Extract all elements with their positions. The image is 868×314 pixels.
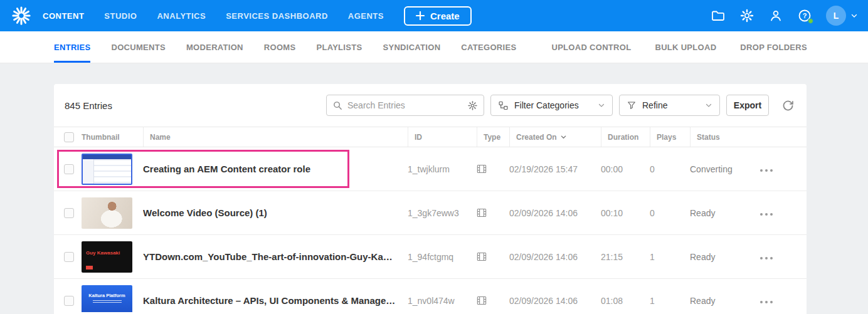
tab-rooms[interactable]: ROOMS [264,31,296,63]
entries-toolbar: 845 Entries [54,84,807,127]
chevron-down-icon [850,12,858,19]
header-id[interactable]: ID [408,127,477,147]
kaltura-starburst-icon [12,6,31,25]
entry-name[interactable]: Creating an AEM Content creator role [143,164,408,174]
select-all-checkbox[interactable] [64,132,74,142]
entry-duration: 00:00 [601,164,650,174]
content-sub-navigation: ENTRIES DOCUMENTS MODERATION ROOMS PLAYL… [0,31,868,63]
entry-thumbnail[interactable] [82,154,132,185]
entry-created-on: 02/19/2026 15:47 [509,164,601,174]
header-duration[interactable]: Duration [601,127,650,147]
gear-icon[interactable] [739,8,754,23]
video-entry-icon [477,252,487,261]
tab-moderation[interactable]: MODERATION [186,31,243,63]
row-checkbox[interactable] [64,208,74,218]
filter-categories-dropdown[interactable]: Filter Categories [490,95,613,116]
menu-item-studio[interactable]: STUDIO [104,11,137,21]
link-bulk-upload[interactable]: BULK UPLOAD [655,31,716,63]
refresh-button[interactable] [780,98,796,113]
entry-plays: 0 [650,164,690,174]
row-checkbox[interactable] [64,252,74,262]
tab-categories[interactable]: CATEGORIES [461,31,516,63]
row-actions-menu[interactable] [756,297,776,307]
tab-playlists[interactable]: PLAYLISTS [316,31,362,63]
entry-duration: 21:15 [601,252,650,262]
entry-duration: 00:10 [601,208,650,218]
tab-documents[interactable]: DOCUMENTS [111,31,165,63]
row-actions-menu[interactable] [756,165,776,175]
entry-name[interactable]: Welcome Video (Source) (1) [143,207,408,218]
create-button[interactable]: Create [404,6,472,26]
help-icon[interactable]: ? [797,8,812,23]
sort-chevron-down-icon [560,133,567,140]
entry-duration: 01:08 [601,296,650,306]
subnav-links: UPLOAD CONTROL BULK UPLOAD DROP FOLDERS [551,31,807,63]
folder-icon[interactable] [711,8,726,23]
notification-dot [808,18,813,24]
avatar: L [826,6,846,26]
search-settings-gear-icon[interactable] [467,100,478,111]
entry-status: Ready [690,208,756,218]
menu-item-content[interactable]: CONTENT [43,11,84,21]
svg-text:?: ? [803,12,807,19]
search-entries-box [326,95,484,116]
entry-type [477,296,509,305]
refine-dropdown[interactable]: Refine [619,95,720,116]
row-actions-menu[interactable] [756,253,776,263]
menu-item-analytics[interactable]: ANALYTICS [157,11,206,21]
entries-panel: 845 Entries [54,84,807,314]
menu-item-agents[interactable]: AGENTS [348,11,384,21]
header-name[interactable]: Name [143,127,408,147]
header-status: Status [690,127,756,147]
refine-label: Refine [642,100,667,110]
header-created-on[interactable]: Created On [509,127,601,147]
tab-syndication[interactable]: SYNDICATION [383,31,440,63]
video-entry-icon [477,164,487,174]
entry-status: Converting [690,164,756,174]
entry-status: Ready [690,296,756,306]
search-icon [332,100,343,111]
entry-thumbnail[interactable]: Guy Kawasaki [82,241,132,273]
row-checkbox[interactable] [64,164,74,174]
entry-created-on: 02/09/2026 14:06 [509,252,601,262]
entry-name[interactable]: YTDown.com_YouTube_The-art-of-innovation… [143,251,408,262]
table-row[interactable]: Creating an AEM Content creator role 1_t… [54,147,807,191]
entry-id: 1_twjklurm [408,164,477,174]
entry-name[interactable]: Kaltura Architecture – APIs, UI Componen… [143,295,408,306]
thumbnail-title: Guy Kawasaki [86,250,120,256]
user-icon[interactable] [768,8,783,23]
export-button[interactable]: Export [726,95,769,116]
tab-entries[interactable]: ENTRIES [54,31,90,63]
entry-thumbnail[interactable] [82,197,132,229]
table-header: Thumbnail Name ID Type Created On Durati… [54,127,807,147]
entry-thumbnail[interactable]: Kaltura Platform [82,285,132,314]
search-input[interactable] [347,100,463,110]
entry-plays: 0 [650,208,690,218]
entry-id: 1_3gk7eww3 [408,208,477,218]
entry-status: Ready [690,252,756,262]
account-menu[interactable]: L [826,6,858,26]
menu-item-services-dashboard[interactable]: SERVICES DASHBOARD [226,11,328,21]
entry-type [477,164,509,174]
filter-categories-label: Filter Categories [514,100,579,110]
table-row[interactable]: Welcome Video (Source) (1) 1_3gk7eww3 02… [54,191,807,235]
entry-type [477,208,509,217]
header-plays[interactable]: Plays [650,127,690,147]
kaltura-logo[interactable] [10,4,33,27]
entry-plays: 1 [650,252,690,262]
chevron-down-icon [705,102,712,109]
main-content: 845 Entries [0,63,868,314]
table-row[interactable]: Kaltura Platform Kaltura Architecture – … [54,279,807,314]
thumbnail-text-lines [93,300,122,304]
link-drop-folders[interactable]: DROP FOLDERS [740,31,807,63]
create-button-label: Create [430,11,460,21]
table-row[interactable]: Guy Kawasaki YTDown.com_YouTube_The-art-… [54,235,807,279]
chevron-down-icon [598,102,605,109]
row-actions-menu[interactable] [756,209,776,219]
link-upload-control[interactable]: UPLOAD CONTROL [551,31,631,63]
row-checkbox[interactable] [64,296,74,306]
video-entry-icon [477,208,487,217]
funnel-icon [627,100,637,110]
entry-created-on: 02/09/2026 14:06 [509,208,601,218]
main-menu: CONTENT STUDIO ANALYTICS SERVICES DASHBO… [43,11,384,21]
